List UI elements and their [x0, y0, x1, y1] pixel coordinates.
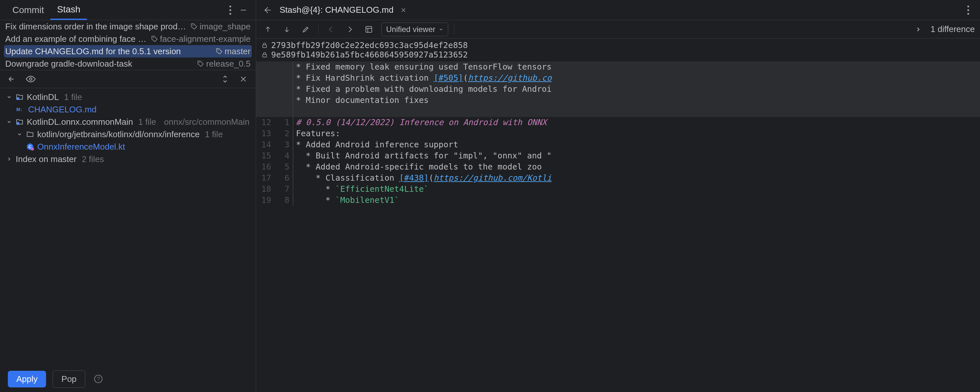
prev-diff-icon[interactable]: [261, 23, 274, 36]
svg-point-18: [967, 9, 969, 11]
svg-point-14: [31, 147, 34, 151]
chevron-right-icon: [6, 156, 13, 162]
svg-text:?: ?: [97, 376, 100, 382]
svg-point-19: [967, 13, 969, 15]
next-diff-icon[interactable]: [280, 23, 293, 36]
line-num-right: 5: [274, 161, 293, 172]
tree-module[interactable]: KotlinDL 1 file: [0, 91, 256, 103]
tree-path: onnx/src/commonMain: [164, 117, 250, 127]
chevron-down-icon: [6, 119, 13, 124]
commit-message: Update CHANGELOG.md for the 0.5.1 versio…: [5, 46, 216, 56]
code-line: * Added Android-specific models to the m…: [296, 162, 542, 172]
svg-point-2: [229, 13, 231, 15]
line-num-right: 6: [274, 172, 293, 183]
tree-label: Index on master: [16, 154, 76, 164]
edit-icon[interactable]: [299, 23, 312, 36]
chevron-down-icon: [16, 132, 23, 137]
svg-rect-21: [262, 45, 267, 47]
line-num-right: 2: [274, 128, 293, 139]
left-panel: Commit Stash Fix dimensions order in the…: [0, 0, 256, 392]
branch-name: face-alignment-example: [160, 34, 251, 44]
svg-rect-9: [17, 97, 19, 100]
branch-tag: image_shape: [191, 22, 251, 32]
code-line: * Classification: [296, 173, 399, 183]
line-num-left: 12: [256, 117, 274, 128]
lock-icon: [261, 42, 268, 49]
tree-file-label: CHANGELOG.md: [28, 105, 97, 115]
code-line: * Fix HardShrink activation: [296, 73, 433, 83]
link[interactable]: [#438]: [399, 173, 429, 183]
tab-stash[interactable]: Stash: [50, 0, 87, 20]
viewer-label: Unified viewer: [386, 25, 436, 34]
pop-button[interactable]: Pop: [52, 370, 85, 388]
apply-button[interactable]: Apply: [8, 371, 46, 387]
tree-module[interactable]: KotlinDL.onnx.commonMain 1 file onnx/src…: [0, 116, 256, 128]
link[interactable]: [#505]: [433, 73, 463, 83]
group-icon[interactable]: [6, 73, 19, 86]
minimize-icon[interactable]: [237, 3, 250, 17]
svg-text:M↓: M↓: [16, 107, 22, 112]
tabs: Commit Stash: [0, 0, 256, 20]
kebab-icon[interactable]: [962, 3, 975, 17]
lock-icon: [261, 52, 268, 58]
close-tab-icon[interactable]: [399, 6, 408, 15]
viewer-dropdown[interactable]: Unified viewer: [381, 22, 448, 36]
kebab-icon[interactable]: [224, 3, 237, 17]
line-num-right: 8: [274, 195, 293, 206]
chevron-right-icon[interactable]: [912, 23, 925, 36]
svg-point-0: [229, 6, 231, 8]
tree-meta: 1 file: [64, 92, 82, 102]
layout-icon[interactable]: [362, 23, 375, 36]
line-num-left: 18: [256, 183, 274, 195]
branch-tag: face-alignment-example: [151, 34, 251, 44]
commit-row[interactable]: Fix dimensions order in the image shape …: [0, 20, 256, 33]
tree-dir[interactable]: kotlin/org/jetbrains/kotlinx/dl/onnx/inf…: [0, 128, 256, 140]
line-num-left: 15: [256, 150, 274, 161]
back-arrow-icon[interactable]: [261, 3, 274, 17]
line-num-left: 16: [256, 161, 274, 172]
tree-file[interactable]: M↓ CHANGELOG.md: [0, 103, 256, 116]
help-icon[interactable]: ?: [92, 372, 105, 386]
tree-file[interactable]: C OnnxInferenceModel.kt: [0, 140, 256, 153]
commit-row[interactable]: Downgrade gradle-download-task release_0…: [0, 57, 256, 70]
code-line: *: [296, 184, 335, 194]
nav-forward-icon[interactable]: [343, 23, 356, 36]
svg-rect-22: [262, 54, 267, 57]
close-icon[interactable]: [237, 73, 250, 86]
tree-index[interactable]: Index on master 2 files: [0, 153, 256, 165]
folder-icon: [26, 130, 34, 138]
commit-row[interactable]: Add an example of combining face detecti…: [0, 33, 256, 45]
code-line: * Minor documentation fixes: [296, 96, 429, 105]
commit-message: Downgrade gradle-download-task: [5, 59, 197, 69]
svg-rect-11: [17, 122, 19, 125]
tab-commit[interactable]: Commit: [6, 0, 50, 20]
svg-point-7: [199, 62, 200, 63]
hash-block: 2793bffb29f2d0c2e22edc693c3ac95d4ef2e858…: [256, 38, 980, 61]
kotlin-class-icon: C: [26, 143, 34, 151]
tree-file-label: OnnxInferenceModel.kt: [37, 142, 125, 152]
svg-point-6: [217, 49, 218, 51]
svg-point-4: [192, 25, 193, 26]
url[interactable]: https://github.com/Kotli: [433, 173, 551, 183]
expand-collapse-icon[interactable]: [218, 73, 232, 86]
branch-tag: master: [216, 46, 251, 56]
code-line: # 0.5.0 (14/12/2022) Inference on Androi…: [296, 118, 547, 127]
commit-row-selected[interactable]: Update CHANGELOG.md for the 0.5.1 versio…: [4, 45, 252, 57]
nav-back-icon[interactable]: [325, 23, 337, 36]
inline-code: `MobilenetV1`: [335, 195, 399, 205]
folder-icon: [16, 93, 24, 101]
url[interactable]: https://github.co: [468, 73, 552, 83]
line-num-right: 3: [274, 139, 293, 150]
line-num-left: 13: [256, 128, 274, 139]
inline-code: `EfficientNet4Lite`: [335, 184, 429, 194]
svg-point-8: [29, 78, 32, 80]
branch-name: master: [225, 46, 251, 56]
commit-list: Fix dimensions order in the image shape …: [0, 20, 256, 70]
markdown-icon: M↓: [16, 106, 25, 113]
code-line: Features:: [296, 129, 340, 138]
code-line: * Fixed a problem with downloading model…: [296, 84, 552, 94]
svg-rect-3: [241, 10, 246, 10]
diff-code[interactable]: * Fixed memory leak ensuring used Tensor…: [256, 61, 980, 392]
eye-icon[interactable]: [24, 73, 37, 86]
diff-title: Stash@{4}: CHANGELOG.md: [280, 5, 394, 15]
